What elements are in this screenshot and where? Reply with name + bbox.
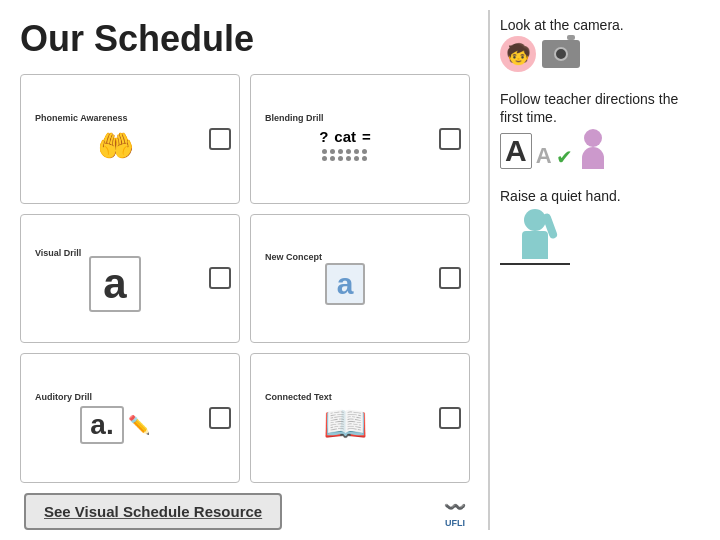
ufli-waves-icon: 〰️ <box>444 496 466 518</box>
auditory-drill-label: Auditory Drill <box>35 392 92 402</box>
instruction-camera-section: Look at the camera. 🧒 <box>500 16 704 72</box>
phonemic-awareness-label: Phonemic Awareness <box>35 113 128 123</box>
ufli-logo: 〰️ UFLI <box>444 496 466 528</box>
blending-word: cat <box>334 128 356 145</box>
connected-text-label: Connected Text <box>265 392 332 402</box>
blending-drill-checkbox[interactable] <box>439 128 461 150</box>
blending-equals: = <box>362 128 371 145</box>
page-title: Our Schedule <box>20 18 470 60</box>
new-concept-letter: a <box>325 263 366 305</box>
camera-lens <box>554 47 568 61</box>
visual-drill-cell: Visual Drill a <box>20 214 240 344</box>
student-body <box>582 147 604 169</box>
connected-text-checkbox[interactable] <box>439 407 461 429</box>
left-panel: Our Schedule Phonemic Awareness 🤲 Blendi… <box>0 0 490 540</box>
new-concept-cell: New Concept a <box>250 214 470 344</box>
instruction-camera-text: Look at the camera. <box>500 16 704 34</box>
right-panel: Look at the camera. 🧒 Follow teacher dir… <box>490 0 720 540</box>
visual-drill-letter: a <box>89 256 140 312</box>
instruction-follow-section: Follow teacher directions the first time… <box>500 90 704 168</box>
auditory-drill-cell: Auditory Drill a. ✏️ <box>20 353 240 483</box>
auditory-letter: a. <box>80 406 123 444</box>
camera-top <box>567 35 575 40</box>
instruction-follow-text: Follow teacher directions the first time… <box>500 90 704 126</box>
new-concept-label: New Concept <box>265 252 322 262</box>
connected-text-image: Connected Text 📖 <box>259 388 431 448</box>
blending-question: ? <box>319 128 328 145</box>
instruction-quiet-hand-section: Raise a quiet hand. <box>500 187 704 265</box>
see-resource-button[interactable]: See Visual Schedule Resource <box>24 493 282 530</box>
new-concept-image: New Concept a <box>259 248 431 308</box>
letter-A-small-icon: A <box>536 143 552 169</box>
raise-body <box>522 231 548 259</box>
new-concept-checkbox[interactable] <box>439 267 461 289</box>
vertical-divider <box>488 10 490 530</box>
follow-scene: A A ✔ <box>500 129 704 169</box>
camera-icon <box>542 40 580 68</box>
phonemic-awareness-image: Phonemic Awareness 🤲 <box>29 109 201 169</box>
auditory-content: a. ✏️ <box>80 406 149 444</box>
student-head <box>584 129 602 147</box>
blending-drill-label: Blending Drill <box>265 113 324 123</box>
blending-drill-cell: Blending Drill ? cat = <box>250 74 470 204</box>
student-figure <box>577 129 609 169</box>
blending-drill-image: Blending Drill ? cat = <box>259 109 431 169</box>
phonemic-awareness-checkbox[interactable] <box>209 128 231 150</box>
letter-A-big-icon: A <box>500 133 532 169</box>
face-icon: 🧒 <box>500 36 536 72</box>
visual-drill-checkbox[interactable] <box>209 267 231 289</box>
raise-underline <box>500 263 570 265</box>
auditory-drill-checkbox[interactable] <box>209 407 231 429</box>
phonemic-awareness-cell: Phonemic Awareness 🤲 <box>20 74 240 204</box>
visual-drill-label: Visual Drill <box>35 248 81 258</box>
checkmark-icon: ✔ <box>556 145 573 169</box>
visual-drill-image: Visual Drill a <box>29 244 201 312</box>
camera-scene: 🧒 <box>500 36 704 72</box>
main-layout: Our Schedule Phonemic Awareness 🤲 Blendi… <box>0 0 720 540</box>
quiet-scene <box>500 209 704 265</box>
ufli-text: UFLI <box>445 518 465 528</box>
pencil-icon: ✏️ <box>128 414 150 436</box>
blending-row: ? cat = <box>319 128 371 145</box>
schedule-grid: Phonemic Awareness 🤲 Blending Drill ? ca… <box>20 74 470 483</box>
bottom-row: See Visual Schedule Resource 〰️ UFLI <box>20 493 470 530</box>
hands-icon: 🤲 <box>97 128 134 163</box>
connected-text-cell: Connected Text 📖 <box>250 353 470 483</box>
blending-content: ? cat = <box>259 128 431 161</box>
blending-dots <box>322 149 368 161</box>
instruction-quiet-hand-text: Raise a quiet hand. <box>500 187 704 205</box>
raise-hand-figure <box>500 209 570 265</box>
book-icon: 📖 <box>323 403 368 445</box>
auditory-drill-image: Auditory Drill a. ✏️ <box>29 388 201 448</box>
